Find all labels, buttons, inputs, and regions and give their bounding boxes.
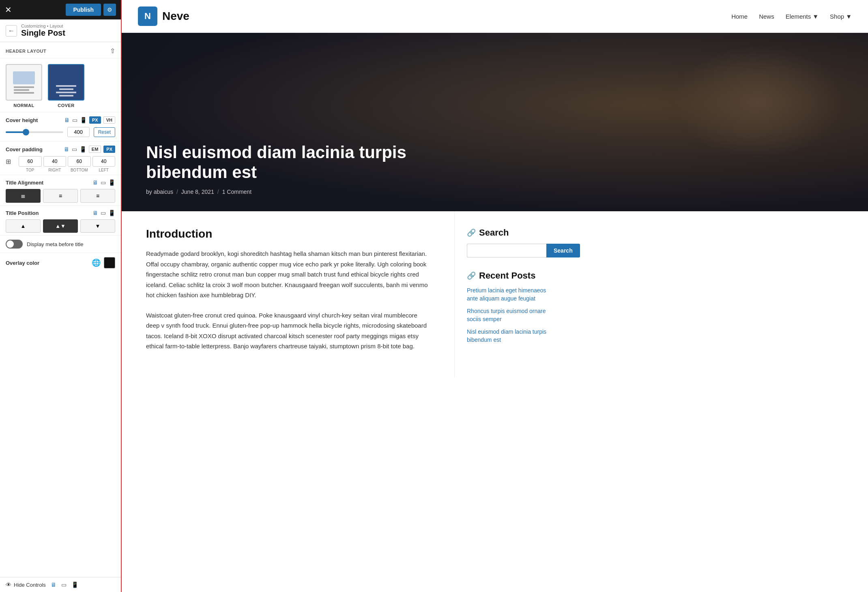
desktop-icon-bottom[interactable]: 🖥 (51, 581, 56, 588)
breadcrumb-title: Single Post (21, 28, 65, 38)
padding-left-input[interactable] (92, 156, 116, 167)
layout-box-cover[interactable] (48, 64, 84, 101)
unit-px-padding[interactable]: PX (103, 146, 115, 153)
nav-home[interactable]: Home (731, 13, 748, 20)
desktop-icon-padding[interactable]: 🖥 (64, 146, 69, 152)
hero-content: Nisl euismod diam lacinia turpis bibendu… (146, 143, 844, 195)
search-box: Search (467, 244, 556, 257)
hero-meta-date: June 8, 2021 (181, 189, 214, 195)
meta-separator-2: / (217, 189, 219, 195)
overlay-color-swatch[interactable] (104, 257, 115, 268)
desktop-icon-align[interactable]: 🖥 (92, 179, 98, 186)
mobile-icon-padding[interactable]: 📱 (79, 146, 86, 152)
position-bottom-button[interactable]: ▼ (80, 219, 115, 233)
publish-area: Publish ⚙ (66, 4, 116, 16)
close-button[interactable]: ✕ (5, 6, 12, 14)
mobile-icon-align[interactable]: 📱 (108, 179, 115, 186)
layout-label-normal: NORMAL (13, 103, 34, 108)
mobile-icon[interactable]: 📱 (80, 117, 87, 123)
search-input[interactable] (467, 244, 546, 257)
hero-meta: by abaicus / June 8, 2021 / 1 Comment (146, 189, 844, 195)
padding-label-top: TOP (19, 168, 42, 172)
device-icons-cover-height: 🖥 ▭ 📱 PX VH (64, 116, 115, 124)
cover-height-reset-button[interactable]: Reset (94, 127, 115, 137)
cover-height-slider-thumb[interactable] (23, 129, 29, 135)
logo-letter: N (144, 11, 151, 21)
global-icon[interactable]: 🌐 (92, 258, 101, 267)
search-submit-button[interactable]: Search (546, 244, 580, 257)
normal-line-3 (14, 92, 34, 94)
hide-controls-button[interactable]: 👁 Hide Controls (6, 581, 46, 588)
padding-right-input[interactable] (43, 156, 67, 167)
device-icons-title-pos: 🖥 ▭ 📱 (92, 210, 115, 216)
publish-button[interactable]: Publish (66, 4, 101, 16)
align-left-button[interactable]: ≣ (6, 189, 41, 203)
align-center-button[interactable]: ≡ (43, 189, 78, 203)
cover-padding-label: Cover padding (6, 146, 43, 152)
title-position-label: Title Position (6, 210, 39, 216)
padding-top-input[interactable] (19, 156, 42, 167)
section-toggle-header-layout[interactable]: ⇧ (110, 47, 115, 55)
recent-post-3[interactable]: Nisl euismod diam lacinia turpis bibendu… (467, 328, 556, 344)
unit-px[interactable]: PX (89, 116, 101, 124)
recent-post-2[interactable]: Rhoncus turpis euismod ornare sociis sem… (467, 307, 556, 323)
hero-section: Nisl euismod diam lacinia turpis bibendu… (122, 33, 868, 211)
padding-labels: TOP RIGHT BOTTOM LEFT (6, 168, 115, 172)
align-right-button[interactable]: ≡ (80, 189, 115, 203)
main-content: Introduction Readymade godard brooklyn, … (122, 211, 868, 378)
settings-button[interactable]: ⚙ (103, 4, 116, 16)
cover-height-slider-row: Reset (6, 127, 115, 137)
display-meta-toggle[interactable] (6, 240, 23, 249)
recent-post-1[interactable]: Pretium lacinia eget himenaeos ante aliq… (467, 287, 556, 302)
cover-line-4 (59, 95, 73, 97)
padding-label-left: LEFT (92, 168, 116, 172)
tablet-icon[interactable]: ▭ (72, 117, 77, 123)
position-top-button[interactable]: ▲ (6, 219, 41, 233)
normal-line-2 (14, 89, 29, 91)
recent-posts-title-row: 🔗 Recent Posts (467, 270, 556, 281)
cover-padding-control: Cover padding 🖥 ▭ 📱 EM PX ⊞ TOP R (0, 141, 121, 175)
tablet-icon-bottom[interactable]: ▭ (61, 581, 67, 588)
layout-box-normal[interactable] (6, 64, 42, 101)
padding-bottom-input[interactable] (68, 156, 91, 167)
post-body: Introduction Readymade godard brooklyn, … (122, 211, 454, 378)
intro-heading: Introduction (146, 227, 430, 240)
customizer-panel: ✕ Publish ⚙ ← Customizing • Layout Singl… (0, 0, 122, 592)
hero-meta-by: by abaicus (146, 189, 173, 195)
search-widget: 🔗 Search Search (467, 227, 556, 257)
sidebar: 🔗 Search Search 🔗 Recent Posts Pretium l… (454, 211, 568, 378)
overlay-color-label: Overlay color (6, 260, 39, 266)
tablet-icon-align[interactable]: ▭ (101, 179, 106, 186)
recent-posts-title: Recent Posts (479, 270, 535, 281)
cover-line-3 (56, 92, 76, 93)
cover-height-input[interactable] (67, 127, 90, 137)
cover-line-1 (56, 85, 76, 87)
position-middle-button[interactable]: ▲▼ (43, 219, 78, 233)
padding-grid: ⊞ (6, 156, 115, 167)
align-row: ≣ ≡ ≡ (6, 189, 115, 203)
desktop-icon-pos[interactable]: 🖥 (92, 210, 98, 216)
nav-shop[interactable]: Shop ▼ (830, 13, 852, 20)
title-alignment-label-row: Title Alignment 🖥 ▭ 📱 (6, 179, 115, 186)
search-widget-icon: 🔗 (467, 228, 476, 237)
layout-option-normal[interactable]: NORMAL (6, 64, 42, 108)
nav-news[interactable]: News (759, 13, 774, 20)
unit-em[interactable]: EM (89, 146, 101, 153)
nav-elements[interactable]: Elements ▼ (786, 13, 819, 20)
mobile-icon-pos[interactable]: 📱 (108, 210, 115, 216)
tablet-icon-padding[interactable]: ▭ (72, 146, 77, 152)
layout-option-cover[interactable]: COVER (48, 64, 84, 108)
preview-panel: N Neve Home News Elements ▼ Shop ▼ Nisl … (122, 0, 868, 592)
back-button[interactable]: ← (6, 25, 17, 36)
unit-vh[interactable]: VH (103, 116, 115, 124)
cover-height-slider-track[interactable] (6, 131, 63, 133)
top-bar: ✕ Publish ⚙ (0, 0, 121, 19)
breadcrumb-bar: ← Customizing • Layout Single Post (0, 19, 121, 42)
padding-icon: ⊞ (6, 158, 17, 165)
tablet-icon-pos[interactable]: ▭ (101, 210, 106, 216)
cover-height-label-row: Cover height 🖥 ▭ 📱 PX VH (6, 116, 115, 124)
mobile-icon-bottom[interactable]: 📱 (71, 581, 78, 588)
display-meta-label: Display meta before title (27, 241, 83, 247)
desktop-icon[interactable]: 🖥 (64, 117, 70, 123)
normal-preview-img (13, 71, 35, 84)
